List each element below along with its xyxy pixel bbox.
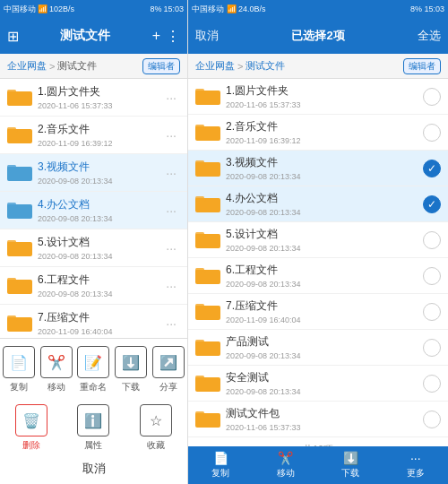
folder-icon	[7, 163, 32, 183]
checkbox-unchecked[interactable]	[423, 267, 441, 285]
left-file-item[interactable]: 1.圆片文件夹 2020-11-06 15:37:33 ···	[0, 79, 187, 117]
file-date: 2020-09-08 20:13:34	[38, 214, 162, 223]
file-name: 4.办公文档	[38, 197, 162, 212]
right-file-date: 2020-09-08 20:13:34	[226, 351, 423, 360]
folder-icon	[195, 123, 220, 143]
file-menu-icon[interactable]: ···	[162, 89, 180, 107]
left-file-item[interactable]: 4.办公文档 2020-09-08 20:13:34 ···	[0, 192, 187, 229]
right-breadcrumb-sep: >	[237, 61, 243, 72]
right-file-item[interactable]: 4.办公文档 2020-09-08 20:13:34 ✓	[188, 186, 448, 222]
file-name: 1.圆片文件夹	[38, 84, 162, 99]
right-move-button[interactable]: ✂️ 移动	[277, 451, 295, 480]
checkbox-unchecked[interactable]	[423, 375, 441, 393]
share-button[interactable]: ↗️ 分享	[152, 346, 185, 393]
svg-rect-38	[195, 232, 204, 236]
left-file-item[interactable]: 7.压缩文件 2020-11-09 16:40:04 ···	[0, 305, 187, 338]
right-select-all-button[interactable]: 全选	[405, 28, 441, 44]
left-action-row2: 🗑️ 删除 ℹ️ 属性 ☆ 收藏	[0, 397, 187, 455]
right-bottom-bar: 📄 复制 ✂️ 移动 ⬇️ 下载 ··· 更多	[188, 446, 448, 484]
editor-badge-left: 编辑者	[142, 58, 180, 74]
copy-label: 复制	[10, 381, 28, 393]
right-download-button[interactable]: ⬇️ 下载	[341, 451, 359, 480]
download-label: 下载	[122, 381, 140, 393]
left-file-item[interactable]: 6.工程文件 2020-09-08 20:13:34 ···	[0, 267, 187, 305]
right-file-item[interactable]: 2.音乐文件 2020-11-09 16:39:12	[188, 115, 448, 151]
checkbox-unchecked[interactable]	[423, 411, 441, 428]
checkbox-checked[interactable]: ✓	[423, 195, 441, 213]
file-name: 3.视频文件	[38, 160, 162, 175]
file-menu-icon[interactable]: ···	[162, 126, 180, 144]
left-cancel-bar[interactable]: 取消	[0, 455, 187, 484]
time-left: 15:03	[163, 4, 184, 13]
file-menu-icon[interactable]: ···	[162, 202, 180, 220]
favorite-label: 收藏	[147, 439, 165, 452]
right-file-item[interactable]: 测试文件包 2020-11-06 15:37:33	[188, 402, 448, 437]
right-file-date: 2020-09-08 20:13:34	[226, 280, 423, 289]
folder-icon	[195, 338, 220, 358]
breadcrumb-enterprise[interactable]: 企业网盘	[7, 59, 47, 73]
folder-icon	[195, 230, 220, 250]
right-file-name: 产品测试	[226, 334, 423, 350]
storage-right: 24.0B/s	[238, 4, 266, 13]
svg-rect-41	[195, 268, 204, 272]
properties-button[interactable]: ℹ️ 属性	[77, 404, 109, 452]
right-more-label: 更多	[407, 467, 425, 480]
svg-rect-50	[195, 376, 204, 379]
folder-icon	[7, 314, 32, 333]
signal-right: 📶	[227, 4, 237, 13]
right-file-item[interactable]: 7.压缩文件 2020-11-09 16:40:04	[188, 294, 448, 330]
file-menu-icon[interactable]: ···	[162, 164, 180, 182]
grid-icon[interactable]: ⊞	[7, 28, 19, 45]
plus-icon[interactable]: +	[152, 28, 160, 44]
checkbox-checked[interactable]: ✓	[423, 160, 441, 177]
right-breadcrumb-enterprise[interactable]: 企业网盘	[195, 59, 235, 73]
right-more-button[interactable]: ··· 更多	[407, 451, 425, 480]
right-file-name: 2.音乐文件	[226, 119, 423, 134]
right-file-item[interactable]: 5.设计文档 2020-09-08 20:13:34	[188, 222, 448, 258]
battery-right: 8%	[410, 4, 422, 13]
right-cancel-button[interactable]: 取消	[195, 28, 231, 44]
battery-left: 8%	[150, 4, 161, 13]
download-button[interactable]: ⬇️ 下载	[115, 346, 147, 393]
right-copy-button[interactable]: 📄 复制	[211, 451, 229, 480]
left-status-right: 8% 15:03	[150, 4, 184, 13]
right-file-item[interactable]: 6.工程文件 2020-09-08 20:13:34	[188, 258, 448, 294]
folder-icon	[195, 159, 220, 178]
checkbox-unchecked[interactable]	[423, 231, 441, 249]
checkbox-unchecked[interactable]	[423, 88, 441, 106]
right-file-date: 2020-09-08 20:13:34	[226, 387, 423, 396]
right-file-item[interactable]: 3.视频文件 2020-09-08 20:13:34 ✓	[188, 151, 448, 186]
left-file-item[interactable]: 2.音乐文件 2020-11-09 16:39:12 ···	[0, 117, 187, 154]
checkbox-unchecked[interactable]	[423, 303, 441, 321]
right-file-name: 3.视频文件	[226, 155, 423, 170]
right-file-item[interactable]: 产品测试 2020-09-08 20:13:34	[188, 330, 448, 366]
file-menu-icon[interactable]: ···	[162, 239, 180, 257]
left-file-item[interactable]: 5.设计文档 2020-09-08 20:13:34 ···	[0, 229, 187, 267]
right-file-date: 2020-09-08 20:13:34	[226, 244, 423, 253]
left-top-bar: ⊞ 测试文件 + ⋮	[0, 18, 187, 54]
svg-rect-20	[7, 315, 16, 319]
left-action-row1: 📄 复制 ✂️ 移动 📝 重命名 ⬇️ 下载 ↗️ 分享	[0, 339, 187, 397]
right-file-item[interactable]: 安全测试 2020-09-08 20:13:34	[188, 366, 448, 402]
breadcrumb-sep: >	[49, 61, 55, 72]
right-file-date: 2020-09-08 20:13:34	[226, 172, 423, 181]
right-file-date: 2020-11-06 15:37:33	[226, 423, 423, 432]
left-file-item[interactable]: 3.视频文件 2020-09-08 20:13:34 ···	[0, 154, 187, 192]
file-date: 2020-09-08 20:13:34	[38, 177, 162, 186]
svg-rect-8	[7, 165, 16, 169]
storage-left: 102B/s	[49, 4, 74, 13]
properties-icon: ℹ️	[77, 404, 109, 436]
move-button[interactable]: ✂️ 移动	[40, 346, 73, 393]
copy-button[interactable]: 📄 复制	[3, 346, 35, 393]
favorite-button[interactable]: ☆ 收藏	[140, 404, 172, 452]
right-file-name: 7.压缩文件	[226, 298, 423, 314]
file-menu-icon[interactable]: ···	[162, 315, 180, 333]
more-icon[interactable]: ⋮	[166, 28, 180, 45]
checkbox-unchecked[interactable]	[423, 124, 441, 142]
checkbox-unchecked[interactable]	[423, 339, 441, 357]
rename-button[interactable]: 📝 重命名	[77, 346, 109, 393]
right-file-item[interactable]: 1.圆片文件夹 2020-11-06 15:37:33	[188, 79, 448, 115]
delete-button[interactable]: 🗑️ 删除	[15, 404, 47, 452]
file-menu-icon[interactable]: ···	[162, 277, 180, 295]
right-panel: 中国移动 📶 24.0B/s 8% 15:03 取消 已选择2项 全选 企业网盘…	[188, 0, 448, 484]
